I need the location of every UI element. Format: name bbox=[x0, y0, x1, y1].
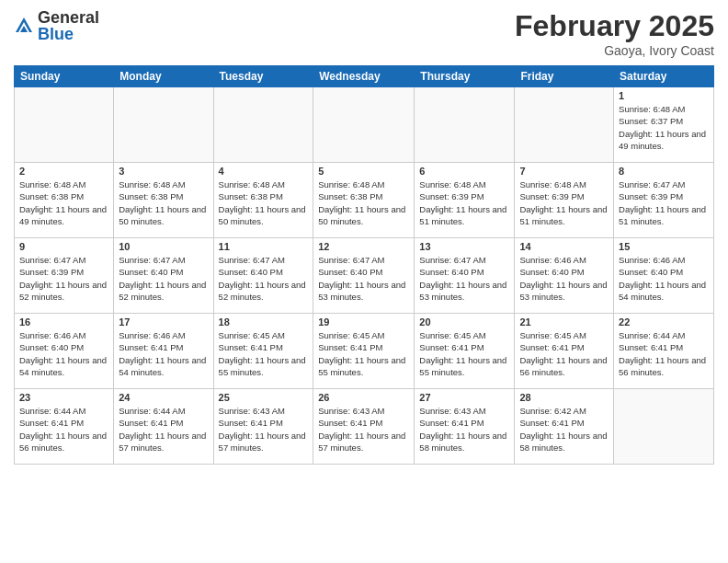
table-row: 25Sunrise: 6:43 AM Sunset: 6:41 PM Dayli… bbox=[213, 389, 313, 465]
day-number: 7 bbox=[519, 166, 609, 177]
day-number: 16 bbox=[19, 316, 108, 327]
col-wednesday: Wednesday bbox=[313, 66, 415, 87]
day-number: 14 bbox=[519, 241, 609, 252]
day-info: Sunrise: 6:48 AM Sunset: 6:38 PM Dayligh… bbox=[19, 178, 108, 227]
day-info: Sunrise: 6:48 AM Sunset: 6:39 PM Dayligh… bbox=[419, 178, 509, 227]
logo-general-text: General bbox=[38, 9, 99, 26]
day-number: 22 bbox=[619, 316, 709, 327]
calendar-header-row: Sunday Monday Tuesday Wednesday Thursday… bbox=[15, 66, 714, 87]
day-info: Sunrise: 6:48 AM Sunset: 6:38 PM Dayligh… bbox=[219, 178, 309, 227]
day-info: Sunrise: 6:48 AM Sunset: 6:39 PM Dayligh… bbox=[519, 178, 609, 227]
day-info: Sunrise: 6:46 AM Sunset: 6:40 PM Dayligh… bbox=[19, 329, 108, 378]
day-number: 18 bbox=[219, 316, 309, 327]
table-row: 8Sunrise: 6:47 AM Sunset: 6:39 PM Daylig… bbox=[614, 163, 714, 238]
table-row: 15Sunrise: 6:46 AM Sunset: 6:40 PM Dayli… bbox=[614, 238, 714, 314]
day-info: Sunrise: 6:47 AM Sunset: 6:40 PM Dayligh… bbox=[219, 254, 309, 303]
title-area: February 2025 Gaoya, Ivory Coast bbox=[515, 9, 714, 58]
day-number: 2 bbox=[19, 166, 108, 177]
table-row: 2Sunrise: 6:48 AM Sunset: 6:38 PM Daylig… bbox=[15, 163, 114, 238]
table-row bbox=[213, 87, 313, 163]
day-info: Sunrise: 6:44 AM Sunset: 6:41 PM Dayligh… bbox=[619, 329, 709, 378]
table-row bbox=[415, 87, 515, 163]
logo-blue-text: Blue bbox=[38, 26, 99, 42]
day-info: Sunrise: 6:48 AM Sunset: 6:38 PM Dayligh… bbox=[318, 178, 409, 227]
table-row: 13Sunrise: 6:47 AM Sunset: 6:40 PM Dayli… bbox=[415, 238, 515, 314]
day-number: 11 bbox=[219, 241, 309, 252]
day-number: 28 bbox=[519, 392, 609, 403]
day-info: Sunrise: 6:47 AM Sunset: 6:40 PM Dayligh… bbox=[419, 254, 509, 303]
day-number: 27 bbox=[419, 392, 509, 403]
day-number: 3 bbox=[119, 166, 208, 177]
day-info: Sunrise: 6:46 AM Sunset: 6:40 PM Dayligh… bbox=[519, 254, 609, 303]
col-thursday: Thursday bbox=[415, 66, 515, 87]
col-sunday: Sunday bbox=[15, 66, 114, 87]
calendar-week-row: 9Sunrise: 6:47 AM Sunset: 6:39 PM Daylig… bbox=[15, 238, 714, 314]
day-info: Sunrise: 6:44 AM Sunset: 6:41 PM Dayligh… bbox=[119, 405, 208, 454]
day-number: 1 bbox=[619, 90, 709, 101]
day-info: Sunrise: 6:48 AM Sunset: 6:38 PM Dayligh… bbox=[119, 178, 208, 227]
table-row: 5Sunrise: 6:48 AM Sunset: 6:38 PM Daylig… bbox=[313, 163, 415, 238]
table-row bbox=[114, 87, 213, 163]
table-row: 6Sunrise: 6:48 AM Sunset: 6:39 PM Daylig… bbox=[415, 163, 515, 238]
table-row bbox=[515, 87, 614, 163]
day-number: 23 bbox=[19, 392, 108, 403]
table-row: 19Sunrise: 6:45 AM Sunset: 6:41 PM Dayli… bbox=[313, 314, 415, 389]
table-row bbox=[313, 87, 415, 163]
table-row: 21Sunrise: 6:45 AM Sunset: 6:41 PM Dayli… bbox=[515, 314, 614, 389]
table-row: 22Sunrise: 6:44 AM Sunset: 6:41 PM Dayli… bbox=[614, 314, 714, 389]
table-row: 24Sunrise: 6:44 AM Sunset: 6:41 PM Dayli… bbox=[114, 389, 213, 465]
day-number: 12 bbox=[318, 241, 409, 252]
day-number: 8 bbox=[619, 166, 709, 177]
day-number: 19 bbox=[318, 316, 409, 327]
day-number: 4 bbox=[219, 166, 309, 177]
day-info: Sunrise: 6:43 AM Sunset: 6:41 PM Dayligh… bbox=[318, 405, 409, 454]
day-info: Sunrise: 6:45 AM Sunset: 6:41 PM Dayligh… bbox=[519, 329, 609, 378]
table-row: 16Sunrise: 6:46 AM Sunset: 6:40 PM Dayli… bbox=[15, 314, 114, 389]
day-info: Sunrise: 6:46 AM Sunset: 6:41 PM Dayligh… bbox=[119, 329, 208, 378]
table-row: 23Sunrise: 6:44 AM Sunset: 6:41 PM Dayli… bbox=[15, 389, 114, 465]
table-row: 26Sunrise: 6:43 AM Sunset: 6:41 PM Dayli… bbox=[313, 389, 415, 465]
day-number: 13 bbox=[419, 241, 509, 252]
calendar-week-row: 23Sunrise: 6:44 AM Sunset: 6:41 PM Dayli… bbox=[15, 389, 714, 465]
day-info: Sunrise: 6:45 AM Sunset: 6:41 PM Dayligh… bbox=[419, 329, 509, 378]
day-info: Sunrise: 6:48 AM Sunset: 6:37 PM Dayligh… bbox=[619, 103, 709, 152]
day-info: Sunrise: 6:46 AM Sunset: 6:40 PM Dayligh… bbox=[619, 254, 709, 303]
table-row: 1Sunrise: 6:48 AM Sunset: 6:37 PM Daylig… bbox=[614, 87, 714, 163]
table-row: 11Sunrise: 6:47 AM Sunset: 6:40 PM Dayli… bbox=[213, 238, 313, 314]
logo-icon bbox=[14, 16, 34, 36]
day-number: 20 bbox=[419, 316, 509, 327]
day-info: Sunrise: 6:45 AM Sunset: 6:41 PM Dayligh… bbox=[219, 329, 309, 378]
col-saturday: Saturday bbox=[614, 66, 714, 87]
day-info: Sunrise: 6:43 AM Sunset: 6:41 PM Dayligh… bbox=[219, 405, 309, 454]
col-monday: Monday bbox=[114, 66, 213, 87]
table-row: 4Sunrise: 6:48 AM Sunset: 6:38 PM Daylig… bbox=[213, 163, 313, 238]
calendar-week-row: 1Sunrise: 6:48 AM Sunset: 6:37 PM Daylig… bbox=[15, 87, 714, 163]
day-info: Sunrise: 6:44 AM Sunset: 6:41 PM Dayligh… bbox=[19, 405, 108, 454]
day-info: Sunrise: 6:43 AM Sunset: 6:41 PM Dayligh… bbox=[419, 405, 509, 454]
table-row: 17Sunrise: 6:46 AM Sunset: 6:41 PM Dayli… bbox=[114, 314, 213, 389]
table-row: 12Sunrise: 6:47 AM Sunset: 6:40 PM Dayli… bbox=[313, 238, 415, 314]
day-info: Sunrise: 6:47 AM Sunset: 6:39 PM Dayligh… bbox=[619, 178, 709, 227]
table-row: 7Sunrise: 6:48 AM Sunset: 6:39 PM Daylig… bbox=[515, 163, 614, 238]
day-info: Sunrise: 6:42 AM Sunset: 6:41 PM Dayligh… bbox=[519, 405, 609, 454]
col-tuesday: Tuesday bbox=[213, 66, 313, 87]
table-row: 20Sunrise: 6:45 AM Sunset: 6:41 PM Dayli… bbox=[415, 314, 515, 389]
table-row: 27Sunrise: 6:43 AM Sunset: 6:41 PM Dayli… bbox=[415, 389, 515, 465]
location: Gaoya, Ivory Coast bbox=[515, 43, 714, 58]
day-info: Sunrise: 6:45 AM Sunset: 6:41 PM Dayligh… bbox=[318, 329, 409, 378]
day-number: 9 bbox=[19, 241, 108, 252]
day-number: 17 bbox=[119, 316, 208, 327]
table-row bbox=[614, 389, 714, 465]
day-number: 6 bbox=[419, 166, 509, 177]
table-row bbox=[15, 87, 114, 163]
table-row: 3Sunrise: 6:48 AM Sunset: 6:38 PM Daylig… bbox=[114, 163, 213, 238]
table-row: 9Sunrise: 6:47 AM Sunset: 6:39 PM Daylig… bbox=[15, 238, 114, 314]
day-number: 5 bbox=[318, 166, 409, 177]
calendar-table: Sunday Monday Tuesday Wednesday Thursday… bbox=[14, 65, 714, 465]
day-info: Sunrise: 6:47 AM Sunset: 6:40 PM Dayligh… bbox=[119, 254, 208, 303]
table-row: 10Sunrise: 6:47 AM Sunset: 6:40 PM Dayli… bbox=[114, 238, 213, 314]
logo: General Blue bbox=[14, 9, 99, 42]
table-row: 14Sunrise: 6:46 AM Sunset: 6:40 PM Dayli… bbox=[515, 238, 614, 314]
header: General Blue February 2025 Gaoya, Ivory … bbox=[14, 9, 714, 58]
day-number: 10 bbox=[119, 241, 208, 252]
